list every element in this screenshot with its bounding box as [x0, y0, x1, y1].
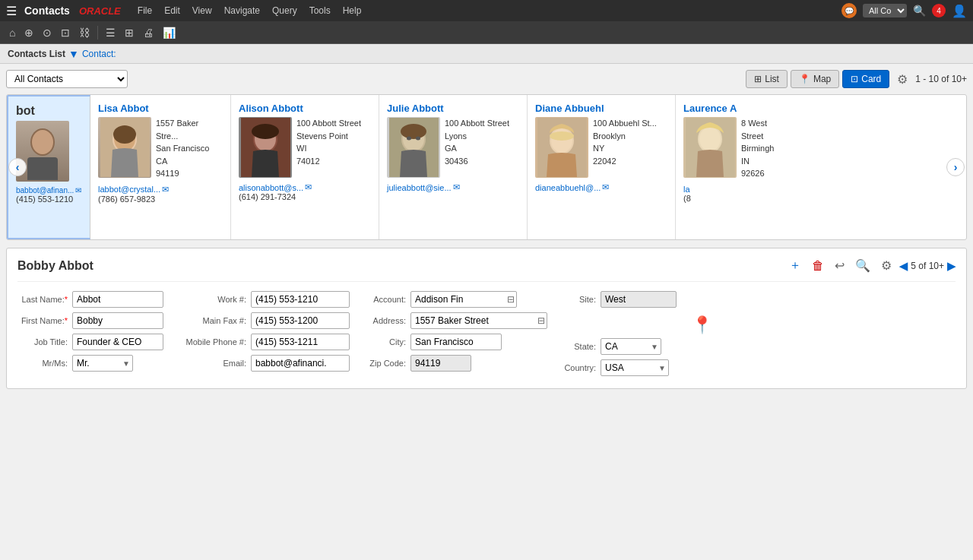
list-icon: ⊞: [754, 74, 762, 84]
toolbar-grid-btn[interactable]: ⊞: [122, 25, 137, 40]
mr-ms-row: Mr/Ms: Mr. Ms. Mrs. Dr. ▼: [17, 355, 163, 372]
main-fax-input[interactable]: [251, 312, 350, 329]
toolbar-home-btn[interactable]: ⌂: [6, 25, 18, 40]
list-label: List: [765, 74, 779, 84]
oracle-logo: ORACLE: [79, 5, 121, 17]
main-fax-row: Main Fax #:: [179, 312, 350, 329]
country-row: Country: USA Canada UK ▼: [563, 359, 677, 376]
state-select[interactable]: CA NY GA WI IN: [601, 338, 661, 355]
email-label: Email:: [179, 359, 251, 368]
work-phone-input[interactable]: [251, 291, 350, 308]
filter-wrapper: All Contacts My Contacts Recent: [6, 70, 128, 88]
page-info: 1 - 10 of 10+: [915, 74, 967, 84]
cards-container: ‹ bot babbot@afinan...: [6, 94, 967, 240]
map-pin-icon[interactable]: 📍: [692, 315, 712, 335]
svg-rect-1: [27, 157, 58, 180]
country-select[interactable]: USA Canada UK: [601, 359, 669, 376]
first-name-input[interactable]: [72, 312, 163, 329]
toolbar-delete-btn[interactable]: ⊡: [58, 25, 73, 40]
address-input[interactable]: [410, 312, 547, 329]
account-input[interactable]: [410, 291, 517, 308]
nav-edit[interactable]: Edit: [160, 5, 185, 16]
contacts-filter-dropdown[interactable]: All Contacts My Contacts Recent: [6, 70, 128, 88]
city-label: City:: [365, 337, 410, 346]
site-input[interactable]: [601, 291, 677, 308]
address-lookup-icon[interactable]: ⊟: [537, 315, 545, 326]
undo-button[interactable]: ↩: [832, 257, 848, 274]
user-icon[interactable]: 👤: [952, 4, 967, 18]
chat-icon[interactable]: 💬: [841, 3, 857, 18]
card-phone-1: (786) 657-9823: [98, 195, 223, 204]
contact-card-4[interactable]: Diane Abbuehl 100 Abbuehl St..: [528, 95, 676, 239]
card-view-button[interactable]: ⊡ Card: [842, 70, 889, 88]
svg-point-15: [407, 137, 411, 141]
mr-ms-select[interactable]: Mr. Ms. Mrs. Dr.: [72, 355, 133, 372]
nav-file[interactable]: File: [133, 5, 157, 16]
menu-icon[interactable]: ☰: [6, 4, 17, 18]
account-input-wrapper: ⊟: [410, 291, 517, 308]
svg-point-6: [113, 125, 136, 144]
card-body-2: 100 Abbott Street Stevens Point WI 74012: [239, 117, 371, 178]
card-email-2: alisonabbott@s... ✉: [239, 182, 371, 192]
prev-record-button[interactable]: ◀: [899, 260, 908, 272]
search-scope-dropdown[interactable]: All Co: [863, 4, 907, 17]
notification-badge[interactable]: 4: [932, 4, 946, 17]
map-label: Map: [813, 74, 831, 84]
contact-card-2[interactable]: Alison Abbott 100 Abbott Street S: [231, 95, 379, 239]
next-record-button[interactable]: ▶: [947, 260, 956, 272]
email-input[interactable]: [251, 355, 350, 372]
card-body-1: 1557 Baker Stre... San Francisco CA 9411…: [98, 117, 223, 180]
nav-navigate[interactable]: Navigate: [220, 5, 265, 16]
nav-view[interactable]: View: [188, 5, 217, 16]
card-email-0: babbot@afinan... ✉: [16, 186, 82, 195]
map-pin-row: [563, 312, 677, 334]
card-footer-4: dianeabbuehl@... ✉: [535, 182, 667, 192]
contact-card-5[interactable]: Laurence A 8 West Street Birmingh: [676, 95, 775, 239]
breadcrumb-sub[interactable]: Contact:: [82, 49, 116, 59]
mobile-phone-input[interactable]: [251, 334, 350, 350]
toolbar-add-btn[interactable]: ⊕: [21, 25, 36, 40]
form-col-4: Site: State: CA NY GA WI: [563, 291, 677, 381]
toolbar-print-btn[interactable]: 🖨: [140, 25, 157, 40]
add-record-button[interactable]: ＋: [786, 256, 804, 275]
search-record-button[interactable]: 🔍: [852, 257, 873, 274]
mobile-phone-label: Mobile Phone #:: [179, 337, 251, 346]
toolbar-separator-1: [97, 26, 98, 40]
zip-code-input[interactable]: [410, 355, 471, 372]
breadcrumb-dropdown-icon[interactable]: ▼: [68, 48, 79, 60]
nav-help[interactable]: Help: [338, 5, 366, 16]
cards-prev-arrow[interactable]: ‹: [8, 158, 27, 176]
work-phone-row: Work #:: [179, 291, 350, 308]
toolbar-list-btn[interactable]: ☰: [103, 25, 119, 40]
city-input[interactable]: [410, 334, 502, 350]
contact-card-3[interactable]: Julie Abbott 10: [379, 95, 528, 239]
card-footer-2: alisonabbott@s... ✉ (614) 291-7324: [239, 182, 371, 201]
nav-tools[interactable]: Tools: [305, 5, 335, 16]
settings-record-button[interactable]: ⚙: [878, 257, 895, 274]
toolbar-link-btn[interactable]: ⛓: [76, 25, 93, 40]
page-navigation: ◀ 5 of 10+ ▶: [899, 260, 956, 272]
list-view-button[interactable]: ⊞ List: [746, 70, 788, 88]
top-right-icons: 💬 All Co 🔍 4 👤: [841, 3, 967, 18]
card-footer-0: babbot@afinan... ✉ (415) 553-1210: [16, 186, 82, 204]
job-title-input[interactable]: [72, 334, 163, 350]
delete-record-button[interactable]: 🗑: [809, 258, 827, 274]
map-view-button[interactable]: 📍 Map: [791, 70, 839, 88]
toolbar-chart-btn[interactable]: 📊: [160, 25, 179, 40]
search-button[interactable]: 🔍: [913, 5, 926, 17]
view-settings-button[interactable]: ⚙: [892, 71, 912, 88]
form-col-3: Account: ⊟ Address: ⊟: [365, 291, 547, 381]
breadcrumb-bar: Contacts List ▼ Contact:: [0, 44, 973, 64]
email-icon-1: ✉: [162, 185, 169, 195]
nav-query[interactable]: Query: [268, 5, 302, 16]
card-photo-4: [535, 117, 588, 178]
account-lookup-icon[interactable]: ⊟: [507, 294, 515, 305]
last-name-input[interactable]: [72, 291, 163, 308]
toolbar-copy-btn[interactable]: ⊙: [40, 25, 55, 40]
card-email-3: julieabbott@sie... ✉: [387, 182, 519, 192]
cards-next-arrow[interactable]: ›: [946, 158, 965, 176]
card-email-1: labbot@crystal... ✉: [98, 185, 223, 195]
country-label: Country:: [563, 363, 601, 372]
site-row: Site:: [563, 291, 677, 308]
contact-card-1[interactable]: Lisa Abbot 1557 Baker Stre... San: [90, 95, 231, 239]
